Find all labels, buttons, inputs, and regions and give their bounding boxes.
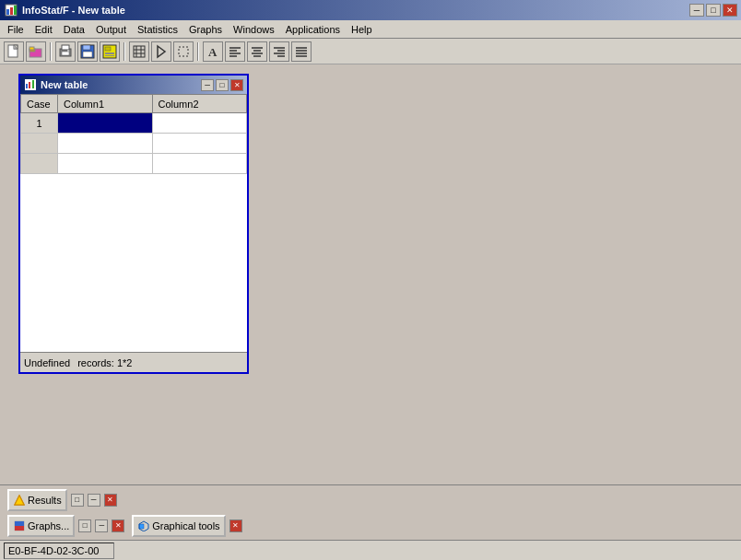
col-header-1: Column1 [58, 95, 153, 113]
new-button[interactable] [4, 41, 24, 62]
menu-applications[interactable]: Applications [280, 20, 346, 38]
results-label: Results [28, 495, 62, 506]
title-bar-buttons: ─ □ ✕ [689, 4, 737, 17]
inner-window: New table ─ □ ✕ Case Column1 Column2 [18, 74, 249, 374]
table-content: Case Column1 Column2 1 [20, 94, 247, 352]
taskbar-area: Results □ ─ ✕ Graphs... [0, 484, 741, 540]
graphical-tools-label: Graphical tools [152, 520, 219, 531]
results-minimize-button[interactable]: ─ [88, 494, 100, 507]
svg-rect-11 [62, 45, 69, 50]
print-button[interactable] [55, 41, 76, 62]
menu-output[interactable]: Output [90, 20, 132, 38]
svg-marker-25 [158, 46, 165, 57]
graphs-minimize-button[interactable]: ─ [95, 519, 108, 532]
graphical-tools-task-item[interactable]: Graphical tools [132, 515, 225, 537]
svg-rect-1 [6, 9, 9, 15]
select-button[interactable] [173, 41, 194, 62]
data-cell-empty[interactable] [152, 113, 247, 134]
results-close-button[interactable]: ✕ [104, 494, 117, 507]
results-restore-button[interactable]: □ [71, 494, 84, 507]
inner-minimize-button[interactable]: ─ [201, 79, 214, 91]
table-row: 1 [21, 113, 247, 134]
svg-rect-17 [105, 47, 111, 51]
menu-edit[interactable]: Edit [29, 20, 58, 38]
svg-rect-47 [32, 80, 34, 88]
svg-rect-45 [26, 84, 28, 88]
svg-rect-24 [134, 46, 145, 57]
table-row-empty-2 [21, 154, 247, 174]
inner-title-bar: New table ─ □ ✕ [20, 76, 247, 94]
inner-window-icon [24, 78, 37, 91]
maximize-button[interactable]: □ [706, 4, 721, 17]
open-button[interactable] [26, 41, 46, 62]
svg-rect-10 [62, 52, 69, 55]
status-panel: E0-BF-4D-02-3C-00 [4, 542, 114, 559]
inner-status-bar: Undefined records: 1*2 [20, 352, 247, 372]
graphs-icon [13, 519, 26, 532]
align-center-button[interactable] [247, 41, 267, 62]
svg-rect-14 [83, 45, 90, 50]
svg-rect-46 [29, 82, 30, 88]
graphical-tools-icon [137, 519, 150, 532]
menu-statistics[interactable]: Statistics [132, 20, 183, 38]
menu-graphs[interactable]: Graphs [183, 20, 228, 38]
graphical-tools-close-button[interactable]: ✕ [229, 519, 242, 532]
app-icon [4, 3, 18, 18]
inner-window-title: New table [41, 79, 201, 90]
col-header-2: Column2 [152, 95, 247, 113]
svg-rect-26 [179, 47, 188, 56]
col-header-case: Case [21, 95, 58, 113]
svg-marker-49 [15, 496, 24, 505]
svg-rect-3 [14, 6, 17, 15]
title-bar: InfoStat/F - New table ─ □ ✕ [0, 0, 741, 20]
svg-rect-8 [29, 47, 34, 50]
toolbar-sep-1 [50, 42, 52, 61]
toolbar-sep-2 [124, 42, 125, 61]
app-window: InfoStat/F - New table ─ □ ✕ File Edit D… [0, 0, 741, 560]
case-empty [21, 134, 58, 154]
menu-bar: File Edit Data Output Statistics Graphs … [0, 20, 741, 39]
results-icon [13, 494, 26, 507]
svg-rect-51 [15, 526, 24, 531]
inner-window-buttons: ─ □ ✕ [201, 79, 243, 91]
align-left-button[interactable] [225, 41, 245, 62]
case-cell: 1 [21, 113, 58, 134]
inner-maximize-button[interactable]: □ [216, 79, 229, 91]
status-bar: E0-BF-4D-02-3C-00 [0, 540, 741, 560]
svg-rect-19 [105, 55, 114, 56]
export-button[interactable] [100, 41, 120, 62]
app-title: InfoStat/F - New table [22, 5, 689, 16]
table-row-empty-1 [21, 134, 247, 154]
svg-rect-53 [139, 524, 144, 529]
graphs-close-button[interactable]: ✕ [112, 519, 124, 532]
bold-button[interactable]: A [203, 41, 223, 62]
justify-button[interactable] [291, 41, 312, 62]
svg-rect-18 [105, 52, 114, 54]
align-right-button[interactable] [269, 41, 289, 62]
status-records: records: 1*2 [77, 357, 132, 368]
svg-rect-2 [10, 7, 13, 15]
menu-data[interactable]: Data [58, 20, 90, 38]
svg-point-12 [67, 50, 69, 52]
graphs-label: Graphs... [28, 520, 69, 531]
save-button[interactable] [77, 41, 98, 62]
close-button[interactable]: ✕ [723, 4, 737, 17]
results-task-item[interactable]: Results [7, 489, 67, 511]
graphs-restore-button[interactable]: □ [78, 519, 91, 532]
svg-rect-15 [83, 52, 92, 57]
svg-rect-52 [15, 521, 24, 526]
graphs-task-item[interactable]: Graphs... [7, 515, 75, 537]
status-undefined: Undefined [24, 357, 70, 368]
arrow-button[interactable] [151, 41, 171, 62]
menu-windows[interactable]: Windows [228, 20, 280, 38]
taskbar-row-2: Graphs... □ ─ ✕ Graphical tools ✕ [7, 515, 734, 537]
grid-button[interactable] [129, 41, 149, 62]
menu-file[interactable]: File [2, 20, 29, 38]
menu-help[interactable]: Help [346, 20, 378, 38]
inner-close-button[interactable]: ✕ [230, 79, 243, 91]
toolbar: A [0, 39, 741, 64]
data-cell-selected[interactable] [58, 113, 153, 134]
minimize-button[interactable]: ─ [689, 4, 704, 17]
taskbar-row-1: Results □ ─ ✕ [7, 489, 734, 511]
status-text: E0-BF-4D-02-3C-00 [8, 545, 99, 556]
